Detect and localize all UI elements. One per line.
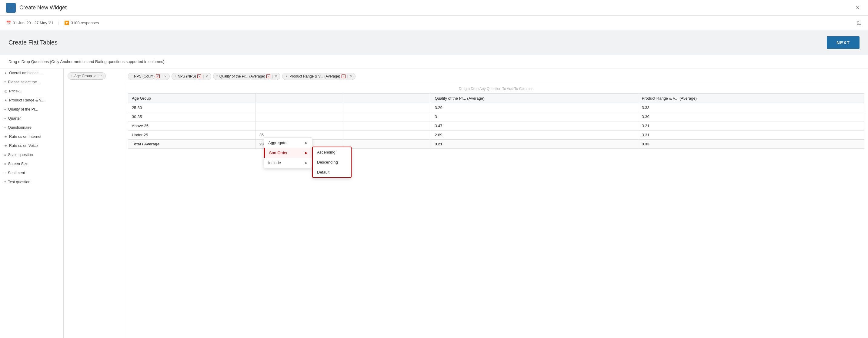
pill-label: Age Group [74,74,92,78]
page-title: Create Flat Tables [8,39,58,46]
sidebar-item-scale-question[interactable]: ≡ Scale question [0,150,63,159]
sidebar-item-rate-internet[interactable]: ★ Rate us on Internet [0,132,63,141]
sidebar-label: Overall ambience ... [9,71,43,75]
dropdown-sort-order[interactable]: Sort Order ▶ [264,148,312,158]
sidebar-item-test-question[interactable]: ≡ Test question [0,177,63,187]
cell-age-group: 25-30 [128,103,256,112]
modal-title: Create New Widget [20,4,854,11]
grid-icon: ÷ [4,126,6,129]
filter-separator: | [58,21,59,25]
calendar-icon: 📅 [6,21,11,25]
star-icon: ★ [4,135,7,139]
sidebar: ★ Overall ambience ... ≡ Please select t… [0,68,64,338]
sidebar-item-price[interactable]: ◎ Price-1 [0,87,63,96]
list-icon: ≡ [4,116,6,120]
submenu-ascending[interactable]: Ascending [313,147,351,157]
date-range-filter[interactable]: 📅 01 Jun '20 - 27 May '21 [6,21,53,25]
sidebar-item-sentiment[interactable]: ÷ Sentiment [0,168,63,177]
close-icon[interactable]: × [164,74,166,78]
nps-count-pill[interactable]: ↕ NPS (Count) ∨ | × [128,73,170,80]
chevron-right-icon: ▶ [305,151,308,155]
age-group-pill[interactable]: ↕ Age Group ∨ | × [68,72,106,80]
modal-container: ← Create New Widget × 📅 01 Jun '20 - 27 … [0,0,868,338]
table-footer-row: Total / Average 230 3.21 3.33 [128,140,864,149]
pipe-separator: | [161,74,162,78]
main-content: ★ Overall ambience ... ≡ Please select t… [0,68,868,338]
sidebar-label: Screen Size [8,162,28,166]
sort-icon: ↕ [71,74,72,78]
sort-order-submenu: Ascending Descending Default [312,146,351,178]
sidebar-item-overall-ambience[interactable]: ★ Overall ambience ... [0,68,63,77]
sidebar-label: Product Range & V... [9,98,44,102]
descending-label: Descending [317,160,338,165]
sidebar-item-quality[interactable]: ≡ Quality of the Pr... [0,105,63,114]
cell-nps-nps [343,122,431,131]
pipe-separator: | [203,74,204,78]
include-label: Include [268,161,281,165]
submenu-descending[interactable]: Descending [313,157,351,167]
list-icon: ≡ [4,180,6,184]
sidebar-item-please-select[interactable]: ≡ Please select the... [0,77,63,87]
list-icon: ≡ [4,162,6,166]
cell-quality: 3.29 [431,103,638,112]
pill-label: NPS (NPS) [178,74,196,78]
sidebar-label: Rate us on Voice [9,143,38,148]
dropdown-aggregator[interactable]: Aggregator ▶ [264,138,312,148]
product-range-pill[interactable]: ★ Product Range & V... (Average) ∨ | × [282,73,355,80]
sidebar-item-screen-size[interactable]: ≡ Screen Size [0,159,63,168]
cell-product: 3.31 [638,131,864,140]
ascending-label: Ascending [317,150,336,155]
responses-filter[interactable]: 🔽 3100 responses [64,21,99,25]
pipe-separator: | [98,74,98,78]
close-icon[interactable]: × [275,74,277,78]
quality-pill[interactable]: ≡ Quality of the Pr... (Average) ∨ | × [213,73,280,80]
sidebar-item-product-range[interactable]: ★ Product Range & V... [0,96,63,105]
stack-icon: 🗂 [857,20,862,26]
cell-nps-count [255,122,343,131]
pipe-separator: | [272,74,273,78]
responses-count: 3100 responses [71,21,99,25]
product-chevron-icon[interactable]: ∨ [342,74,345,78]
col-header-nps-count [255,94,343,103]
columns-zone: ↕ NPS (Count) ∨ | × ↕ NPS (NPS) ∨ | × ≡ [124,68,868,338]
star-icon: ★ [4,98,7,102]
sidebar-item-quarter[interactable]: ≡ Quarter [0,114,63,123]
submenu-default[interactable]: Default [313,167,351,177]
cell-product: 3.39 [638,112,864,122]
col-header-age-group: Age Group [128,94,256,103]
data-table: Age Group Quality of the Pr... (Average)… [128,93,864,149]
next-button[interactable]: NEXT [827,36,860,49]
list-icon: ≡ [4,107,6,111]
quality-chevron-icon[interactable]: ∨ [267,74,270,78]
close-icon[interactable]: × [206,74,208,78]
close-button[interactable]: × [854,3,862,12]
pill-label: Quality of the Pr... (Average) [219,74,265,78]
col-header-quality: Quality of the Pr... (Average) [431,94,638,103]
sidebar-label: Scale question [8,153,33,157]
sort-order-label: Sort Order [269,150,288,155]
drag-hint: Drag n Drop Any Question To Add To Colum… [124,84,868,93]
nps-nps-chevron-icon[interactable]: ∨ [197,74,201,78]
sort-icon: ↕ [175,74,176,78]
sidebar-item-questionnaire[interactable]: ÷ Questionnaire [0,123,63,132]
aggregator-label: Aggregator [268,140,288,145]
nps-nps-pill[interactable]: ↕ NPS (NPS) ∨ | × [172,73,211,80]
chevron-down-icon[interactable]: ∨ [94,74,96,78]
footer-product: 3.33 [638,140,864,149]
filter-icon: 🔽 [64,21,69,25]
cell-nps-nps [343,131,431,140]
star-icon: ★ [4,71,7,75]
sidebar-item-rate-voice[interactable]: ★ Rate us on Voice [0,141,63,150]
pipe-separator: | [347,74,348,78]
cell-nps-nps [343,112,431,122]
nps-count-chevron-icon[interactable]: ∨ [156,74,160,78]
cell-age-group: Above 35 [128,122,256,131]
sidebar-label: Price-1 [9,89,21,93]
back-button[interactable]: ← [6,3,16,13]
filter-bar: 📅 01 Jun '20 - 27 May '21 | 🔽 3100 respo… [0,16,868,30]
dropdown-include[interactable]: Include ▶ [264,158,312,168]
close-icon[interactable]: × [100,74,102,78]
rows-zone: ↕ Age Group ∨ | × [64,68,124,338]
close-icon[interactable]: × [350,74,352,78]
cell-quality: 3.47 [431,122,638,131]
